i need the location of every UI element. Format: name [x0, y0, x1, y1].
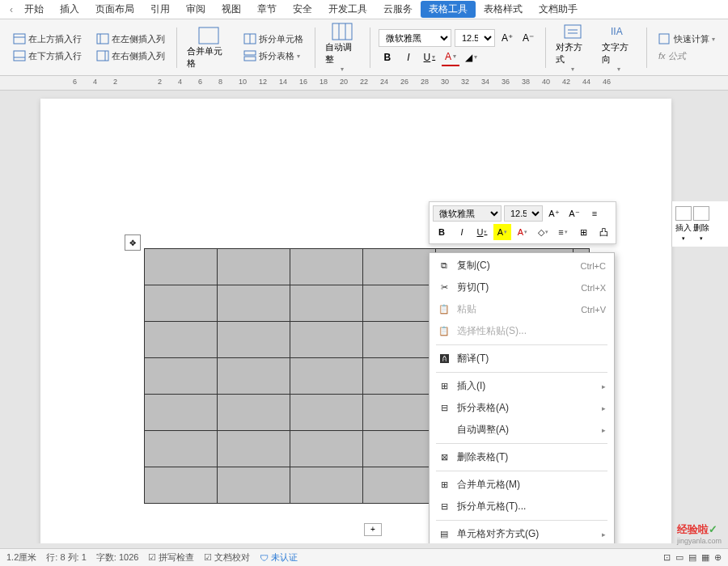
status-word-count[interactable]: 字数: 1026 — [96, 551, 139, 564]
float-border[interactable]: ⊞ — [574, 224, 592, 240]
bold-button[interactable]: B — [379, 49, 396, 66]
split-cells-button[interactable]: 拆分单元格 — [240, 32, 307, 47]
menu-page-layout[interactable]: 页面布局 — [87, 1, 142, 18]
menubar-prev-arrow[interactable]: ‹ — [6, 4, 16, 15]
formula-button[interactable]: fx 公式 — [655, 49, 718, 64]
float-shading[interactable]: ◇ — [534, 224, 552, 240]
side-insert-button[interactable]: 插入▾ — [675, 206, 692, 242]
side-panel: 插入▾ 删除▾ — [671, 201, 728, 247]
float-font-size-select[interactable]: 12.5 — [504, 205, 543, 222]
ctx-paste-special: 📋选择性粘贴(S)... — [430, 320, 614, 342]
font-name-select[interactable]: 微软雅黑 — [379, 29, 451, 47]
float-bold[interactable]: B — [433, 224, 451, 240]
font-increase-button[interactable]: A⁺ — [498, 29, 516, 47]
insert-icon: ⊞ — [438, 381, 451, 392]
align-button[interactable]: 对齐方式▾ — [551, 20, 595, 74]
status-auth[interactable]: 🛡未认证 — [260, 551, 298, 564]
svg-text:IIA: IIA — [611, 26, 623, 37]
shield-icon: 🛡 — [260, 553, 269, 563]
menu-references[interactable]: 引用 — [142, 1, 178, 18]
table-move-handle[interactable]: ✥ — [125, 234, 141, 251]
menu-start[interactable]: 开始 — [16, 1, 52, 18]
status-doc-check[interactable]: ☑文档校对 — [204, 551, 250, 564]
split-cell-icon: ⊟ — [438, 501, 451, 513]
cut-icon: ✂ — [438, 282, 451, 294]
menu-doc-helper[interactable]: 文档助手 — [531, 1, 586, 18]
statusbar: 1.2厘米 行: 8 列: 1 字数: 1026 ☑拼写检查 ☑文档校对 🛡未认… — [0, 548, 728, 566]
float-italic[interactable]: I — [453, 224, 471, 240]
menu-table-tools[interactable]: 表格工具 — [421, 1, 476, 18]
status-row-col: 行: 8 列: 1 — [46, 551, 87, 564]
status-spell-check[interactable]: ☑拼写检查 — [148, 551, 194, 564]
font-color-button[interactable]: A — [442, 49, 459, 66]
underline-button[interactable]: U — [421, 49, 438, 66]
italic-button[interactable]: I — [400, 49, 417, 66]
ctx-split-cells[interactable]: ⊟拆分单元格(T)... — [430, 496, 614, 517]
merge-cells-button[interactable]: 合并单元格 — [182, 24, 235, 71]
side-delete-button[interactable]: 删除▾ — [693, 206, 709, 242]
copy-icon: ⧉ — [438, 260, 451, 272]
delete-table-icon: ⊠ — [438, 452, 451, 463]
split-table-icon: ⊟ — [438, 403, 451, 414]
ctx-insert[interactable]: ⊞插入(I)▸ — [430, 375, 614, 397]
svg-rect-8 — [199, 27, 218, 44]
ctx-delete-table[interactable]: ⊠删除表格(T) — [430, 446, 614, 468]
float-font-increase[interactable]: A⁺ — [545, 205, 563, 222]
ctx-merge-cells[interactable]: ⊞合并单元格(M) — [430, 474, 614, 496]
status-view-print[interactable]: ⊡ — [663, 552, 671, 563]
float-line-spacing[interactable]: ≡ — [586, 205, 603, 222]
merge-icon: ⊞ — [438, 479, 451, 491]
ctx-split-table[interactable]: ⊟拆分表格(A)▸ — [430, 397, 614, 419]
ctx-cut[interactable]: ✂剪切(T)Ctrl+X — [430, 277, 614, 298]
status-view-outline[interactable]: ▤ — [688, 552, 696, 563]
menu-cloud[interactable]: 云服务 — [375, 1, 421, 18]
svg-rect-12 — [244, 57, 256, 61]
menu-chapter[interactable]: 章节 — [249, 1, 285, 18]
insert-row-above-button[interactable]: 在上方插入行 — [10, 32, 85, 47]
float-underline[interactable]: U — [473, 224, 491, 240]
insert-col-left-button[interactable]: 在左侧插入列 — [93, 32, 168, 47]
menu-dev-tools[interactable]: 开发工具 — [320, 1, 375, 18]
ctx-copy[interactable]: ⧉复制(C)Ctrl+C — [430, 255, 614, 277]
status-zoom-slider[interactable]: ⊕ — [714, 552, 722, 563]
status-zoom[interactable]: 1.2厘米 — [6, 551, 36, 564]
highlight-button[interactable]: ◢ — [463, 49, 480, 66]
ctx-auto-fit[interactable]: 自动调整(A)▸ — [430, 419, 614, 441]
watermark: 经验啦✓ jingyanla.com — [677, 522, 722, 545]
float-font-decrease[interactable]: A⁻ — [565, 205, 583, 222]
float-indent[interactable]: 凸 — [595, 224, 612, 240]
menu-security[interactable]: 安全 — [285, 1, 320, 18]
menu-table-style[interactable]: 表格样式 — [476, 1, 531, 18]
align-icon: ▤ — [438, 529, 451, 540]
svg-rect-0 — [14, 34, 25, 44]
menu-review[interactable]: 审阅 — [178, 1, 214, 18]
horizontal-ruler[interactable]: 6 4 2 2 4 6 8 10 12 14 16 18 20 22 24 26… — [0, 76, 728, 91]
ctx-translate[interactable]: 🅰翻译(T) — [430, 348, 614, 370]
text-direction-button[interactable]: IIA文字方向▾ — [597, 20, 641, 74]
float-font-color[interactable]: A — [514, 224, 531, 240]
table-add-row-button[interactable]: + — [364, 523, 382, 536]
svg-rect-13 — [332, 23, 352, 40]
split-table-button[interactable]: 拆分表格▾ — [240, 49, 307, 64]
menubar: ‹ 开始 插入 页面布局 引用 审阅 视图 章节 安全 开发工具 云服务 表格工… — [0, 0, 728, 19]
font-decrease-button[interactable]: A⁻ — [519, 29, 537, 47]
insert-row-below-button[interactable]: 在下方插入行 — [10, 49, 85, 64]
font-size-select[interactable]: 12.5 — [455, 29, 495, 47]
status-view-web[interactable]: ▭ — [675, 552, 684, 563]
float-font-name-select[interactable]: 微软雅黑 — [433, 205, 502, 222]
menu-insert[interactable]: 插入 — [52, 1, 87, 18]
svg-rect-11 — [244, 51, 256, 55]
workspace: ✥ + 微软雅黑 12.5 A⁺ A⁻ ≡ B I U A A ◇ ≡ ⊞ 凸 — [0, 91, 728, 543]
floating-format-toolbar: 微软雅黑 12.5 A⁺ A⁻ ≡ B I U A A ◇ ≡ ⊞ 凸 — [429, 201, 616, 244]
auto-fit-button[interactable]: 自动调整▾ — [320, 20, 365, 74]
insert-col-right-button[interactable]: 在右侧插入列 — [93, 49, 168, 64]
quick-calc-button[interactable]: 快速计算▾ — [655, 32, 718, 47]
status-view-read[interactable]: ▦ — [701, 552, 709, 563]
float-highlight[interactable]: A — [493, 224, 511, 240]
toolbar: 在上方插入行 在下方插入行 在左侧插入列 在右侧插入列 合并单元格 拆分单元格 … — [0, 19, 728, 76]
menu-view[interactable]: 视图 — [214, 1, 249, 18]
context-menu: ⧉复制(C)Ctrl+C ✂剪切(T)Ctrl+X 📋粘贴Ctrl+V 📋选择性… — [429, 252, 615, 543]
ctx-cell-align[interactable]: ▤单元格对齐方式(G)▸ — [430, 523, 614, 543]
float-align[interactable]: ≡ — [554, 224, 572, 240]
svg-rect-6 — [97, 51, 108, 61]
